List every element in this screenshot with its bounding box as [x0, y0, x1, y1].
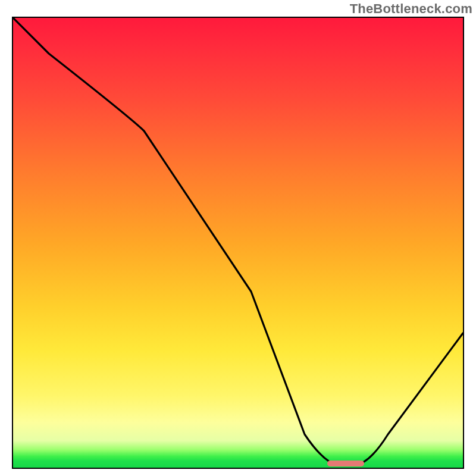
optimal-range-marker — [327, 461, 364, 466]
bottleneck-curve — [13, 18, 463, 468]
plot-area — [12, 17, 464, 469]
bottleneck-curve-path — [13, 18, 463, 465]
watermark-text: TheBottleneck.com — [350, 1, 472, 17]
chart-stage: TheBottleneck.com — [0, 0, 476, 476]
